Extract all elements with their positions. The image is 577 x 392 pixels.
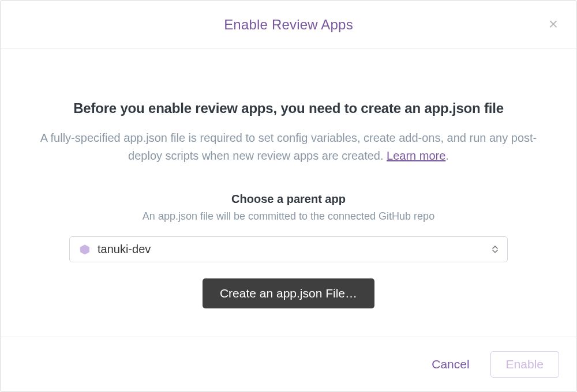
modal-title: Enable Review Apps bbox=[224, 17, 353, 33]
learn-more-link[interactable]: Learn more bbox=[387, 149, 445, 162]
description-text: A fully-specified app.json file is requi… bbox=[38, 129, 539, 165]
enable-button[interactable]: Enable bbox=[490, 351, 559, 378]
description-suffix: . bbox=[445, 149, 449, 162]
description-prefix: A fully-specified app.json file is requi… bbox=[40, 131, 537, 162]
hexagon-icon bbox=[79, 244, 91, 255]
parent-app-sublabel: An app.json file will be committed to th… bbox=[35, 210, 542, 223]
close-button[interactable]: × bbox=[546, 14, 560, 35]
parent-app-label: Choose a parent app bbox=[35, 193, 542, 206]
enable-review-apps-modal: Enable Review Apps × Before you enable r… bbox=[0, 0, 577, 392]
parent-app-select[interactable]: tanuki-dev bbox=[69, 236, 508, 262]
main-heading: Before you enable review apps, you need … bbox=[35, 100, 542, 116]
modal-body: Before you enable review apps, you need … bbox=[1, 48, 576, 337]
svg-marker-0 bbox=[81, 244, 89, 254]
close-icon: × bbox=[549, 15, 558, 33]
modal-footer: Cancel Enable bbox=[1, 337, 576, 391]
create-appjson-button[interactable]: Create an app.json File… bbox=[203, 278, 374, 308]
parent-app-selected-value: tanuki-dev bbox=[98, 243, 492, 256]
parent-app-select-wrapper: tanuki-dev bbox=[69, 236, 508, 262]
modal-header: Enable Review Apps × bbox=[1, 1, 576, 48]
cancel-button[interactable]: Cancel bbox=[425, 353, 476, 376]
chevron-up-down-icon bbox=[492, 246, 498, 253]
